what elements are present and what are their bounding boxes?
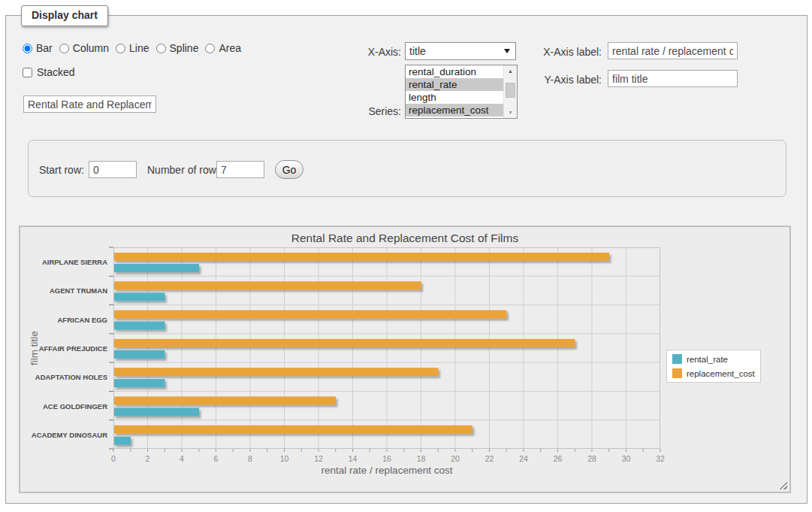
y-category-label: AFRICAN EGG <box>58 316 108 324</box>
series-option-length[interactable]: length <box>406 91 504 104</box>
bar-rental_rate <box>114 407 200 416</box>
y-category-label: ACADEMY DINOSAUR <box>32 431 107 439</box>
x-tick-label: 16 <box>382 454 391 463</box>
x-tick-label: 4 <box>180 454 184 463</box>
yaxis-title: film title <box>29 331 40 365</box>
bar-rental_rate <box>114 322 165 330</box>
x-tick-label: 0 <box>111 454 116 463</box>
xaxis-label-label: X-Axis label: <box>512 46 602 58</box>
go-button[interactable]: Go <box>275 160 303 179</box>
y-category-label: ADAPTATION HOLES <box>35 373 107 381</box>
bar-replacement_cost <box>114 396 337 404</box>
bar-rental_rate <box>114 379 165 387</box>
bar-rental_rate <box>114 350 165 359</box>
chart-title-input[interactable] <box>23 95 156 113</box>
series-option-replacement_cost[interactable]: replacement_cost <box>406 104 504 117</box>
legend-label: replacement_cost <box>687 369 755 378</box>
chart-type-option-spline[interactable]: Spline <box>156 42 199 54</box>
stacked-label: Stacked <box>37 66 75 78</box>
yaxis-label-label: Y-Axis label: <box>512 74 602 86</box>
x-tick-label: 22 <box>485 454 494 463</box>
x-tick-label: 10 <box>280 454 289 463</box>
display-chart-panel: Display chart BarColumnLineSplineArea St… <box>5 15 807 504</box>
num-rows-label: Number of rows: <box>147 164 225 176</box>
x-tick-label: 32 <box>656 454 665 463</box>
chart-type-label: Bar <box>36 42 53 54</box>
series-multiselect[interactable]: rental_durationrental_ratelengthreplacem… <box>405 65 518 119</box>
xaxis-title: rental rate / replacement cost <box>113 465 660 476</box>
legend-swatch-rental_rate <box>672 354 682 364</box>
chart-type-label: Area <box>219 42 241 54</box>
chart-container: 02468101214161820222426283032AIRPLANE SI… <box>19 226 791 493</box>
scroll-down-icon[interactable]: ▼ <box>504 107 517 118</box>
bar-rental_rate <box>114 292 165 301</box>
start-row-input[interactable] <box>89 161 137 178</box>
x-tick-label: 30 <box>622 454 631 463</box>
chart-title: Rental Rate and Replacement Cost of Film… <box>20 232 789 245</box>
num-rows-input[interactable] <box>216 161 264 178</box>
x-tick-label: 24 <box>519 454 528 463</box>
panel-title-tab: Display chart <box>21 5 108 26</box>
series-options: rental_durationrental_ratelengthreplacem… <box>406 65 504 118</box>
chart-type-radio-line[interactable] <box>116 44 125 53</box>
chart-type-option-bar[interactable]: Bar <box>23 42 53 54</box>
bar-replacement_cost <box>114 339 575 347</box>
chart-type-option-area[interactable]: Area <box>205 42 241 54</box>
bar-replacement_cost <box>114 253 610 261</box>
bar-replacement_cost <box>114 311 507 319</box>
legend-entry-replacement_cost: replacement_cost <box>672 368 755 378</box>
chart-type-option-column[interactable]: Column <box>59 42 109 54</box>
x-tick-label: 2 <box>146 454 150 463</box>
y-category-label: AIRPLANE SIERRA <box>42 258 107 266</box>
start-row-label: Start row: <box>39 164 84 176</box>
xaxis-select[interactable]: title <box>405 42 516 60</box>
chart-type-label: Spline <box>170 42 199 54</box>
stacked-checkbox[interactable] <box>23 68 32 77</box>
xaxis-select-wrap: title <box>405 42 516 60</box>
chart-type-radio-bar[interactable] <box>23 44 32 53</box>
x-tick-label: 14 <box>349 454 358 463</box>
x-tick-label: 26 <box>554 454 563 463</box>
xaxis-select-label: X-Axis: <box>311 46 401 58</box>
series-option-rental_duration[interactable]: rental_duration <box>406 65 504 78</box>
chart-type-label: Line <box>129 42 149 54</box>
xaxis-label-input[interactable] <box>608 42 738 59</box>
x-tick-label: 8 <box>248 454 252 463</box>
chart-type-radio-area[interactable] <box>205 44 215 53</box>
legend-swatch-replacement_cost <box>672 368 682 378</box>
chart-type-label: Column <box>73 42 109 54</box>
y-category-label: AGENT TRUMAN <box>50 286 107 295</box>
query-range-box: Start row: Number of rows: Go <box>28 140 786 197</box>
legend-entry-rental_rate: rental_rate <box>672 354 755 364</box>
select-dropdown-arrow-icon <box>504 49 510 53</box>
stacked-option[interactable]: Stacked <box>23 66 75 78</box>
bar-rental_rate <box>114 437 131 445</box>
x-tick-label: 12 <box>314 454 323 463</box>
chart-type-radio-spline[interactable] <box>156 44 166 53</box>
x-tick-label: 20 <box>451 454 460 463</box>
chart-type-radio-column[interactable] <box>59 44 69 53</box>
bar-replacement_cost <box>114 281 421 289</box>
series-list-label: Series: <box>311 105 401 117</box>
bar-rental_rate <box>114 264 200 272</box>
yaxis-label-input[interactable] <box>608 70 738 87</box>
legend-label: rental_rate <box>687 355 728 364</box>
y-category-label: AFFAIR PREJUDICE <box>39 344 107 353</box>
chart-legend: rental_ratereplacement_cost <box>666 350 761 383</box>
chart-type-radio-group: BarColumnLineSplineArea <box>23 42 248 54</box>
x-tick-label: 28 <box>587 454 596 463</box>
bar-replacement_cost <box>114 368 439 376</box>
bar-replacement_cost <box>114 426 473 434</box>
y-category-label: ACE GOLDFINGER <box>43 402 107 411</box>
x-tick-label: 18 <box>417 454 426 463</box>
series-option-rental_rate[interactable]: rental_rate <box>406 78 504 91</box>
x-tick-label: 6 <box>214 454 219 463</box>
chart-type-option-line[interactable]: Line <box>116 42 149 54</box>
